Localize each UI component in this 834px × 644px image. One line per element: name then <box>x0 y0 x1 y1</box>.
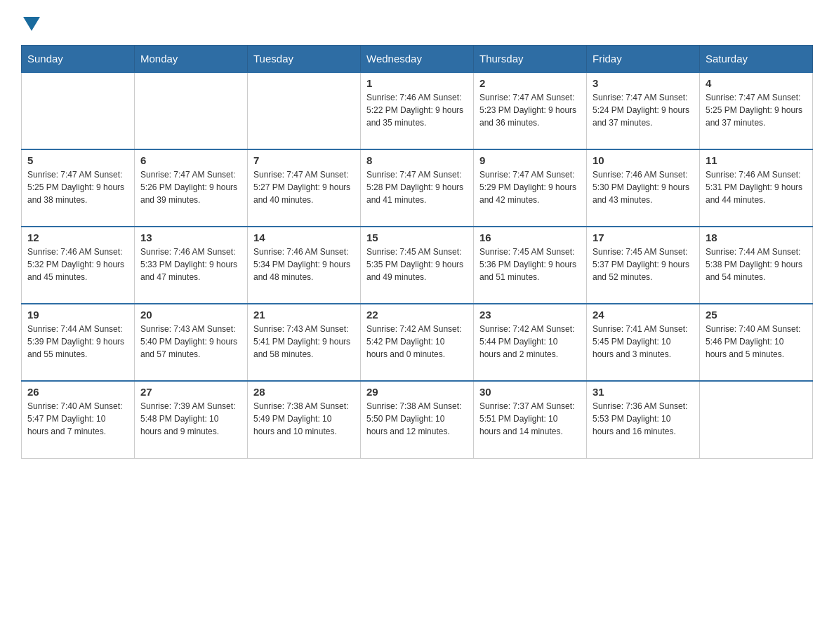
day-info: Sunrise: 7:41 AM Sunset: 5:45 PM Dayligh… <box>593 323 694 361</box>
week-row-3: 12Sunrise: 7:46 AM Sunset: 5:32 PM Dayli… <box>22 227 813 304</box>
day-info: Sunrise: 7:47 AM Sunset: 5:23 PM Dayligh… <box>479 91 581 129</box>
day-number: 31 <box>593 386 694 398</box>
day-number: 29 <box>366 386 468 398</box>
column-header-thursday: Thursday <box>474 46 587 73</box>
day-number: 16 <box>479 232 581 243</box>
day-info: Sunrise: 7:44 AM Sunset: 5:39 PM Dayligh… <box>27 323 128 361</box>
calendar-cell <box>22 72 135 149</box>
day-number: 7 <box>253 154 355 166</box>
calendar-cell: 11Sunrise: 7:46 AM Sunset: 5:31 PM Dayli… <box>700 149 813 227</box>
day-info: Sunrise: 7:38 AM Sunset: 5:49 PM Dayligh… <box>253 400 355 438</box>
day-info: Sunrise: 7:45 AM Sunset: 5:36 PM Dayligh… <box>479 246 581 283</box>
week-row-5: 26Sunrise: 7:40 AM Sunset: 5:47 PM Dayli… <box>22 381 813 458</box>
calendar-cell <box>135 72 248 149</box>
calendar-cell: 5Sunrise: 7:47 AM Sunset: 5:25 PM Daylig… <box>22 149 135 227</box>
day-number: 30 <box>479 386 581 398</box>
day-info: Sunrise: 7:45 AM Sunset: 5:35 PM Dayligh… <box>366 246 468 283</box>
calendar-header: SundayMondayTuesdayWednesdayThursdayFrid… <box>22 46 813 73</box>
calendar-cell: 1Sunrise: 7:46 AM Sunset: 5:22 PM Daylig… <box>361 72 474 149</box>
calendar-cell: 3Sunrise: 7:47 AM Sunset: 5:24 PM Daylig… <box>587 72 700 149</box>
calendar-cell: 23Sunrise: 7:42 AM Sunset: 5:44 PM Dayli… <box>474 304 587 381</box>
calendar-cell: 18Sunrise: 7:44 AM Sunset: 5:38 PM Dayli… <box>700 227 813 304</box>
calendar-cell: 20Sunrise: 7:43 AM Sunset: 5:40 PM Dayli… <box>135 304 248 381</box>
day-number: 8 <box>366 154 468 166</box>
day-info: Sunrise: 7:47 AM Sunset: 5:24 PM Dayligh… <box>593 91 694 129</box>
day-info: Sunrise: 7:46 AM Sunset: 5:22 PM Dayligh… <box>366 91 468 129</box>
week-row-1: 1Sunrise: 7:46 AM Sunset: 5:22 PM Daylig… <box>22 72 813 149</box>
column-header-friday: Friday <box>587 46 700 73</box>
day-number: 10 <box>593 154 694 166</box>
day-info: Sunrise: 7:47 AM Sunset: 5:26 PM Dayligh… <box>140 168 241 206</box>
calendar-cell: 17Sunrise: 7:45 AM Sunset: 5:37 PM Dayli… <box>587 227 700 304</box>
day-number: 21 <box>253 309 355 321</box>
calendar-cell: 14Sunrise: 7:46 AM Sunset: 5:34 PM Dayli… <box>248 227 361 304</box>
day-info: Sunrise: 7:46 AM Sunset: 5:31 PM Dayligh… <box>706 168 807 206</box>
calendar-cell: 6Sunrise: 7:47 AM Sunset: 5:26 PM Daylig… <box>135 149 248 227</box>
calendar-cell: 13Sunrise: 7:46 AM Sunset: 5:33 PM Dayli… <box>135 227 248 304</box>
day-number: 4 <box>706 77 807 89</box>
column-header-monday: Monday <box>135 46 248 73</box>
day-info: Sunrise: 7:39 AM Sunset: 5:48 PM Dayligh… <box>140 400 241 438</box>
page-header <box>21 14 813 31</box>
calendar-cell: 10Sunrise: 7:46 AM Sunset: 5:30 PM Dayli… <box>587 149 700 227</box>
calendar-cell: 16Sunrise: 7:45 AM Sunset: 5:36 PM Dayli… <box>474 227 587 304</box>
day-info: Sunrise: 7:46 AM Sunset: 5:30 PM Dayligh… <box>593 168 694 206</box>
logo <box>21 14 40 31</box>
day-info: Sunrise: 7:43 AM Sunset: 5:41 PM Dayligh… <box>253 323 355 361</box>
day-info: Sunrise: 7:47 AM Sunset: 5:25 PM Dayligh… <box>27 168 128 206</box>
day-info: Sunrise: 7:46 AM Sunset: 5:33 PM Dayligh… <box>140 246 241 283</box>
day-number: 22 <box>366 309 468 321</box>
calendar-cell: 2Sunrise: 7:47 AM Sunset: 5:23 PM Daylig… <box>474 72 587 149</box>
calendar-cell <box>700 381 813 458</box>
day-number: 19 <box>27 309 128 321</box>
day-info: Sunrise: 7:42 AM Sunset: 5:44 PM Dayligh… <box>479 323 581 361</box>
calendar-cell: 7Sunrise: 7:47 AM Sunset: 5:27 PM Daylig… <box>248 149 361 227</box>
day-info: Sunrise: 7:47 AM Sunset: 5:27 PM Dayligh… <box>253 168 355 206</box>
column-header-sunday: Sunday <box>22 46 135 73</box>
day-info: Sunrise: 7:38 AM Sunset: 5:50 PM Dayligh… <box>366 400 468 438</box>
day-number: 25 <box>706 309 807 321</box>
calendar-body: 1Sunrise: 7:46 AM Sunset: 5:22 PM Daylig… <box>22 72 813 458</box>
calendar-cell: 8Sunrise: 7:47 AM Sunset: 5:28 PM Daylig… <box>361 149 474 227</box>
header-row: SundayMondayTuesdayWednesdayThursdayFrid… <box>22 46 813 73</box>
calendar-cell: 29Sunrise: 7:38 AM Sunset: 5:50 PM Dayli… <box>361 381 474 458</box>
calendar-cell <box>248 72 361 149</box>
day-info: Sunrise: 7:46 AM Sunset: 5:32 PM Dayligh… <box>27 246 128 283</box>
day-info: Sunrise: 7:43 AM Sunset: 5:40 PM Dayligh… <box>140 323 241 361</box>
column-header-saturday: Saturday <box>700 46 813 73</box>
day-number: 2 <box>479 77 581 89</box>
day-info: Sunrise: 7:44 AM Sunset: 5:38 PM Dayligh… <box>706 246 807 283</box>
calendar-cell: 31Sunrise: 7:36 AM Sunset: 5:53 PM Dayli… <box>587 381 700 458</box>
week-row-4: 19Sunrise: 7:44 AM Sunset: 5:39 PM Dayli… <box>22 304 813 381</box>
day-number: 28 <box>253 386 355 398</box>
day-number: 3 <box>593 77 694 89</box>
day-number: 1 <box>366 77 468 89</box>
calendar-cell: 19Sunrise: 7:44 AM Sunset: 5:39 PM Dayli… <box>22 304 135 381</box>
calendar-cell: 24Sunrise: 7:41 AM Sunset: 5:45 PM Dayli… <box>587 304 700 381</box>
week-row-2: 5Sunrise: 7:47 AM Sunset: 5:25 PM Daylig… <box>22 149 813 227</box>
column-header-wednesday: Wednesday <box>361 46 474 73</box>
day-number: 6 <box>140 154 241 166</box>
calendar-cell: 28Sunrise: 7:38 AM Sunset: 5:49 PM Dayli… <box>248 381 361 458</box>
calendar-cell: 25Sunrise: 7:40 AM Sunset: 5:46 PM Dayli… <box>700 304 813 381</box>
day-number: 20 <box>140 309 241 321</box>
day-info: Sunrise: 7:46 AM Sunset: 5:34 PM Dayligh… <box>253 246 355 283</box>
day-number: 18 <box>706 232 807 243</box>
calendar-cell: 21Sunrise: 7:43 AM Sunset: 5:41 PM Dayli… <box>248 304 361 381</box>
calendar-cell: 9Sunrise: 7:47 AM Sunset: 5:29 PM Daylig… <box>474 149 587 227</box>
day-info: Sunrise: 7:37 AM Sunset: 5:51 PM Dayligh… <box>479 400 581 438</box>
day-number: 11 <box>706 154 807 166</box>
day-number: 24 <box>593 309 694 321</box>
calendar-table: SundayMondayTuesdayWednesdayThursdayFrid… <box>21 45 813 459</box>
logo-arrow-icon <box>23 17 40 31</box>
day-info: Sunrise: 7:47 AM Sunset: 5:29 PM Dayligh… <box>479 168 581 206</box>
day-info: Sunrise: 7:47 AM Sunset: 5:25 PM Dayligh… <box>706 91 807 129</box>
calendar-cell: 26Sunrise: 7:40 AM Sunset: 5:47 PM Dayli… <box>22 381 135 458</box>
day-info: Sunrise: 7:40 AM Sunset: 5:46 PM Dayligh… <box>706 323 807 361</box>
day-info: Sunrise: 7:47 AM Sunset: 5:28 PM Dayligh… <box>366 168 468 206</box>
day-info: Sunrise: 7:36 AM Sunset: 5:53 PM Dayligh… <box>593 400 694 438</box>
day-number: 9 <box>479 154 581 166</box>
day-number: 17 <box>593 232 694 243</box>
day-info: Sunrise: 7:40 AM Sunset: 5:47 PM Dayligh… <box>27 400 128 438</box>
day-number: 23 <box>479 309 581 321</box>
